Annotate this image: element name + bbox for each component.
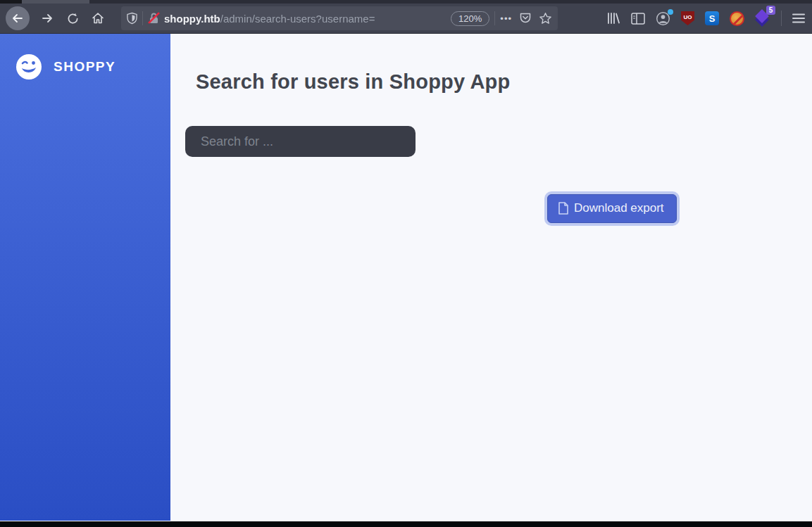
browser-window: shoppy.htb/admin/search-users?username= … [0,0,812,527]
url-domain: shoppy.htb [164,13,220,25]
pocket-save-icon[interactable] [519,12,532,25]
s-extension-icon[interactable]: S [705,11,719,25]
insecure-lock-icon[interactable] [148,12,160,25]
toolbar-separator [781,11,782,26]
menu-button[interactable] [792,13,805,23]
back-arrow-icon [11,11,25,25]
download-export-button[interactable]: Download export [547,194,677,223]
account-notification-dot [668,9,673,15]
download-export-focus-ring: Download export [544,191,680,226]
wappalyzer-layers-icon[interactable]: 5 [755,11,770,26]
smiley-logo-icon [15,53,42,80]
sidebar: SHOPPY [0,34,170,521]
extension-count-badge: 5 [766,6,775,15]
account-icon[interactable] [656,11,670,26]
brand-logo[interactable]: SHOPPY [15,53,170,80]
library-icon[interactable] [606,12,620,25]
url-bar[interactable]: shoppy.htb/admin/search-users?username= … [121,6,558,30]
cookie-blocker-icon[interactable] [730,11,744,26]
zoom-level-badge[interactable]: 120% [451,11,489,26]
home-button[interactable] [86,6,110,30]
forward-arrow-icon [40,11,54,25]
reload-icon [66,12,80,25]
reload-button[interactable] [61,6,85,30]
page-content: SHOPPY Search for users in Shoppy App Do… [0,34,812,521]
ublock-shield: UO [681,11,694,25]
sidebars-icon[interactable] [631,13,645,25]
page-title: Search for users in Shoppy App [196,70,510,94]
browser-toolbar: shoppy.htb/admin/search-users?username= … [0,4,812,34]
tracking-protection-shield-icon[interactable] [127,12,137,25]
url-text: shoppy.htb/admin/search-users?username= [164,13,446,25]
home-icon [91,11,105,25]
cookie-blocked-glyph [730,11,744,26]
back-button[interactable] [6,6,30,30]
forward-button[interactable] [35,6,59,30]
main-panel: Search for users in Shoppy App Download … [170,34,812,521]
hamburger-icon [792,13,805,23]
urlbar-divider [142,11,143,25]
bookmark-star-icon[interactable] [539,12,552,25]
toolbar-right-cluster: UO S 5 [606,11,805,26]
download-export-label: Download export [574,201,664,215]
brand-name: SHOPPY [54,59,115,75]
ublock-origin-icon[interactable]: UO [681,11,694,25]
page-actions-button[interactable]: ••• [500,13,512,24]
file-icon [558,202,568,215]
urlbar-divider-2 [494,11,495,25]
username-search-input[interactable] [185,126,416,157]
url-path: /admin/search-users?username= [220,13,375,25]
desktop-strip [0,521,812,527]
